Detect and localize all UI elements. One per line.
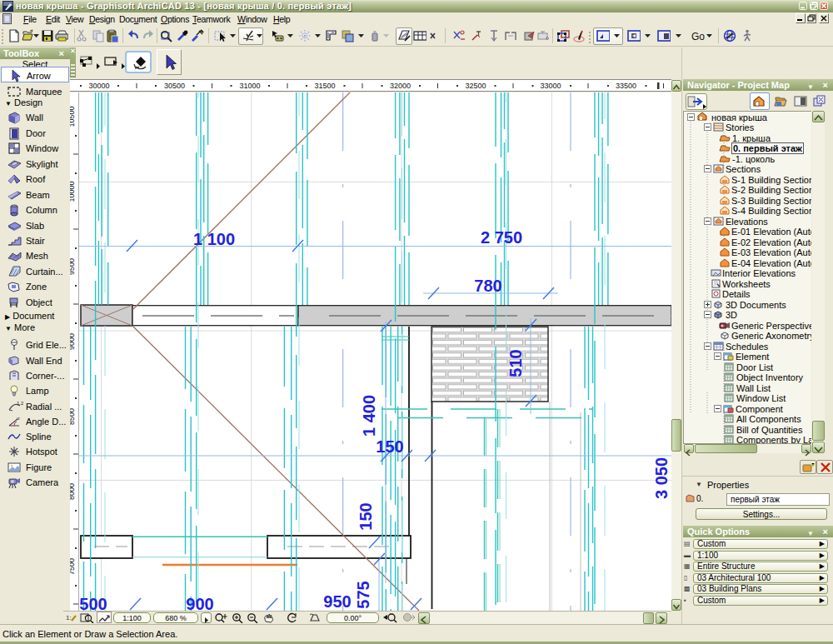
svg-text:30500: 30500 — [164, 82, 185, 90]
svg-text:10000: 10000 — [70, 181, 76, 202]
svg-text:10500: 10500 — [70, 106, 76, 127]
svg-text:1 400: 1 400 — [360, 395, 378, 437]
svg-text:9500: 9500 — [70, 258, 76, 275]
svg-text:500: 500 — [79, 595, 107, 611]
svg-text:8000: 8000 — [70, 483, 76, 500]
svg-text:33500: 33500 — [616, 82, 636, 90]
svg-text:2 750: 2 750 — [481, 228, 522, 247]
svg-text:9000: 9000 — [70, 333, 76, 350]
svg-text:32500: 32500 — [465, 82, 486, 90]
svg-text:31500: 31500 — [314, 82, 335, 90]
svg-text:780: 780 — [474, 277, 501, 295]
svg-text:150: 150 — [357, 502, 375, 530]
svg-text:8500: 8500 — [70, 408, 76, 425]
svg-text:31000: 31000 — [239, 82, 260, 90]
svg-text:1 100: 1 100 — [193, 230, 235, 248]
svg-text:30000: 30000 — [88, 82, 109, 90]
svg-text:1:: 1: — [66, 614, 72, 622]
svg-text:575: 575 — [354, 581, 372, 608]
svg-text:950: 950 — [323, 592, 351, 611]
svg-text:3 050: 3 050 — [652, 457, 671, 499]
svg-text:150: 150 — [376, 437, 403, 456]
svg-text:1.2: 1.2 — [17, 401, 23, 406]
svg-text:900: 900 — [186, 595, 213, 611]
svg-text:510: 510 — [506, 349, 525, 377]
svg-text:33000: 33000 — [540, 82, 561, 90]
svg-text:α: α — [17, 416, 20, 421]
svg-text:32000: 32000 — [390, 82, 411, 90]
svg-text:7500: 7500 — [70, 558, 76, 575]
